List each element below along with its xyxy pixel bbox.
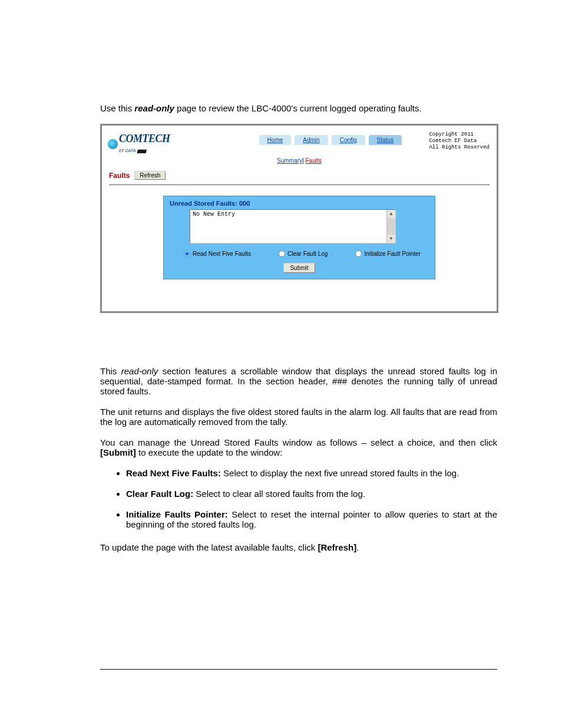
page-footer-rule	[100, 669, 497, 670]
para-2: The unit returns and displays the five o…	[100, 407, 497, 427]
sub-nav: Summary| Faults	[102, 157, 497, 164]
scroll-up-icon[interactable]: ▲	[387, 210, 395, 218]
tab-status[interactable]: Status	[369, 135, 402, 145]
faults-scroll-area[interactable]: No New Entry ▲ ▼	[190, 209, 396, 243]
radio-init-pointer[interactable]: Initialize Fault Pointer	[355, 251, 421, 257]
tab-admin[interactable]: Admin	[295, 135, 328, 145]
bullet-clear-log: Clear Fault Log: Select to clear all sto…	[126, 489, 497, 499]
subnav-faults[interactable]: Faults	[305, 157, 321, 164]
scroll-down-icon[interactable]: ▼	[387, 235, 395, 243]
para-1: This read-only section features a scroll…	[100, 366, 497, 396]
divider	[109, 185, 490, 185]
copyright-text: Copyright 2011 Comtech EF Data All Right…	[429, 131, 490, 151]
submit-button[interactable]: Submit	[283, 263, 315, 273]
panel-title: Unread Stored Faults: 000	[170, 200, 429, 207]
radio-clear-log[interactable]: Clear Fault Log	[279, 251, 328, 257]
scroll-content: No New Entry	[193, 211, 235, 218]
bullet-read-next: Read Next Five Faults: Select to display…	[126, 468, 497, 478]
refresh-button[interactable]: Refresh	[134, 171, 166, 180]
radio-read-next[interactable]: Read Next Five Faults	[184, 251, 251, 257]
faults-panel: Unread Stored Faults: 000 No New Entry ▲…	[163, 196, 435, 279]
intro-text: Use this read-only page to review the LB…	[100, 103, 497, 113]
bullet-init-ptr: Initialize Faults Pointer: Select to res…	[126, 509, 497, 529]
tab-config[interactable]: Config	[332, 135, 365, 145]
para-4: To update the page with the latest avail…	[100, 542, 497, 552]
faults-heading: Faults	[109, 172, 130, 180]
brand-logo: COMTECH EF DATA ▮▮▮▮▮.	[108, 134, 170, 154]
globe-icon	[108, 139, 118, 149]
para-3: You can manage the Unread Stored Faults …	[100, 437, 497, 457]
screenshot-container: Copyright 2011 Comtech EF Data All Right…	[100, 124, 498, 313]
subnav-summary[interactable]: Summary	[277, 157, 302, 164]
scrollbar[interactable]: ▲ ▼	[386, 210, 395, 243]
tab-home[interactable]: Home	[259, 135, 292, 145]
